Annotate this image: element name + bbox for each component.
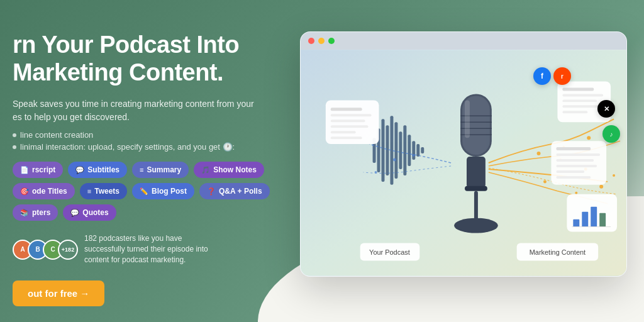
summary-icon: ≡ <box>140 166 143 174</box>
svg-rect-45 <box>562 94 603 96</box>
svg-point-29 <box>599 185 603 189</box>
svg-rect-52 <box>591 207 597 227</box>
browser-dot-red <box>308 38 314 44</box>
svg-rect-11 <box>416 144 419 157</box>
svg-point-27 <box>543 180 547 183</box>
svg-point-26 <box>587 136 591 140</box>
svg-text:Marketing Content: Marketing Content <box>530 248 586 256</box>
feature-line-1: line content creation <box>13 130 270 140</box>
illustration-svg: Your Podcast Marketing Content <box>301 50 626 276</box>
quotes-icon: 💬 <box>70 209 79 217</box>
subtext-main: Speak saves you time in creating marketi… <box>13 97 270 124</box>
svg-rect-50 <box>573 219 579 227</box>
avatars-group: A B C +182 <box>13 240 78 260</box>
browser-content: Your Podcast Marketing Content f r ✕ ♪ <box>301 50 626 276</box>
tag-chapters[interactable]: 📚 pters <box>13 204 58 221</box>
svg-point-22 <box>454 218 498 233</box>
spotify-icon: ♪ <box>602 125 620 143</box>
facebook-icon: f <box>533 67 551 85</box>
svg-rect-37 <box>331 108 362 111</box>
tag-quotes[interactable]: 💬 Quotes <box>63 204 116 221</box>
svg-rect-61 <box>556 176 591 179</box>
headline: rn Your Podcast Into Marketing Content. <box>13 31 270 86</box>
tag-qa-polls[interactable]: ❓ Q&A + Polls <box>199 183 270 199</box>
tag-summary[interactable]: ≡ Summary <box>132 162 189 178</box>
avatar-count: +182 <box>58 240 78 260</box>
blog-icon: ✏️ <box>140 187 148 196</box>
svg-rect-6 <box>394 122 397 179</box>
svg-rect-51 <box>582 212 588 227</box>
svg-rect-47 <box>562 105 600 108</box>
browser-bar <box>301 32 626 50</box>
svg-rect-42 <box>331 136 362 139</box>
svg-rect-19 <box>467 157 486 188</box>
left-panel: rn Your Podcast Into Marketing Content. … <box>0 25 289 313</box>
tag-episode-titles[interactable]: 🎯 ode Titles <box>13 183 75 199</box>
chapters-icon: 📚 <box>20 209 29 217</box>
feature-dot <box>13 133 16 137</box>
tags-row-1: 📄 rscript 💬 Subtitles ≡ Summary 🎵 Show N… <box>13 162 270 178</box>
svg-rect-8 <box>403 125 406 175</box>
svg-rect-10 <box>412 141 415 160</box>
svg-rect-58 <box>556 159 594 162</box>
x-twitter-icon: ✕ <box>597 100 615 118</box>
svg-rect-4 <box>386 125 389 175</box>
social-proof-text: 182 podcasters like you have successfull… <box>84 233 210 265</box>
social-proof: A B C +182 182 podcasters like you have … <box>13 233 270 265</box>
cta-section: out for free → <box>13 280 270 306</box>
tag-subtitles[interactable]: 💬 Subtitles <box>68 162 127 178</box>
svg-rect-12 <box>421 147 424 153</box>
right-panel: Your Podcast Marketing Content f r ✕ ♪ <box>289 25 644 277</box>
svg-rect-53 <box>599 213 606 227</box>
svg-rect-59 <box>556 165 597 167</box>
svg-rect-38 <box>331 114 372 116</box>
svg-rect-40 <box>331 125 369 128</box>
svg-rect-44 <box>562 87 594 91</box>
svg-text:Your Podcast: Your Podcast <box>369 248 410 256</box>
transcript-icon: 📄 <box>20 166 29 174</box>
browser-dot-green <box>328 38 335 44</box>
svg-point-33 <box>412 154 414 157</box>
svg-point-34 <box>393 158 396 162</box>
svg-point-24 <box>537 152 541 155</box>
feature-line-2: linimal interaction: upload, specify set… <box>13 142 270 152</box>
svg-point-32 <box>613 174 615 177</box>
svg-rect-57 <box>556 153 600 156</box>
shownotes-icon: 🎵 <box>201 166 210 174</box>
svg-point-28 <box>575 192 577 194</box>
svg-rect-3 <box>382 119 385 182</box>
svg-rect-20 <box>465 186 487 191</box>
svg-rect-23 <box>465 100 470 138</box>
browser-dot-yellow <box>318 38 325 44</box>
svg-rect-56 <box>556 147 591 150</box>
browser-mockup: Your Podcast Marketing Content f r ✕ ♪ <box>300 31 627 277</box>
svg-rect-41 <box>331 131 356 133</box>
content-wrapper: rn Your Podcast Into Marketing Content. … <box>0 0 644 322</box>
svg-point-35 <box>375 171 377 174</box>
tag-transcript[interactable]: 📄 rscript <box>13 162 63 178</box>
tags-section: 📄 rscript 💬 Subtitles ≡ Summary 🎵 Show N… <box>13 162 270 221</box>
svg-rect-46 <box>562 99 597 102</box>
svg-rect-60 <box>556 170 584 173</box>
subtitles-icon: 💬 <box>75 166 84 174</box>
qa-icon: ❓ <box>207 187 216 196</box>
tag-blog-post[interactable]: ✏️ Blog Post <box>132 183 194 199</box>
tag-tweets[interactable]: ≡ Tweets <box>80 183 127 199</box>
tags-row-3: 📚 pters 💬 Quotes <box>13 204 270 221</box>
svg-rect-39 <box>331 119 365 122</box>
tweets-icon: ≡ <box>87 187 91 195</box>
episode-icon: 🎯 <box>20 187 29 196</box>
svg-rect-7 <box>399 131 402 169</box>
reddit-icon: r <box>553 67 571 85</box>
svg-rect-9 <box>408 135 411 166</box>
feature-dot-2 <box>13 145 16 149</box>
tag-shownotes[interactable]: 🎵 Show Notes <box>194 162 264 178</box>
cta-button[interactable]: out for free → <box>13 280 104 306</box>
svg-rect-48 <box>562 111 587 113</box>
tags-row-2: 🎯 ode Titles ≡ Tweets ✏️ Blog Post ❓ Q&A… <box>13 183 270 199</box>
